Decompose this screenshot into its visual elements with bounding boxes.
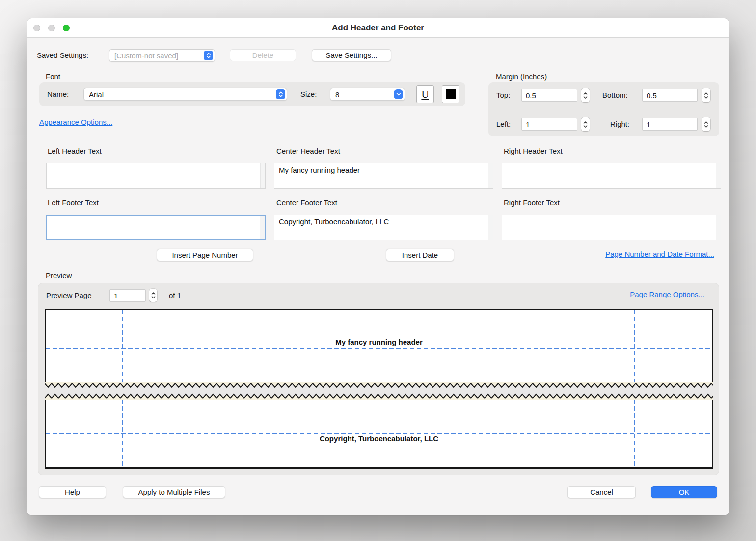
chevron-down-icon (394, 89, 403, 99)
margin-right-label: Right: (610, 118, 629, 131)
margin-section-label: Margin (Inches) (496, 70, 547, 83)
center-footer-field[interactable]: Copyright, Turboencabulator, LLC (274, 215, 493, 240)
scrollbar-track[interactable] (488, 215, 493, 240)
torn-edge-bottom-icon (45, 393, 713, 400)
preview-page-stepper[interactable] (149, 289, 157, 302)
margin-bottom-stepper[interactable] (702, 88, 710, 102)
scrollbar-track[interactable] (260, 163, 265, 188)
saved-settings-label: Saved Settings: (37, 49, 88, 62)
margin-left-input[interactable] (521, 118, 577, 131)
page-number-date-format-link[interactable]: Page Number and Date Format... (605, 250, 714, 258)
font-size-label: Size: (300, 88, 317, 101)
add-header-footer-dialog: Add Header and Footer Saved Settings: [C… (27, 18, 729, 515)
margin-left-stepper[interactable] (581, 117, 590, 131)
scrollbar-track[interactable] (716, 215, 721, 240)
title-bar: Add Header and Footer (27, 18, 729, 38)
scrollbar-track[interactable] (716, 163, 721, 188)
preview-panel: Preview Page of 1 Page Range Options... … (38, 283, 719, 475)
underline-button[interactable]: U (416, 85, 434, 103)
insert-date-button[interactable]: Insert Date (386, 249, 454, 261)
left-footer-label: Left Footer Text (48, 196, 99, 209)
help-button[interactable]: Help (39, 486, 106, 498)
font-name-select[interactable]: Arial (83, 88, 287, 101)
save-settings-button[interactable]: Save Settings... (312, 49, 391, 61)
left-header-textarea[interactable] (47, 163, 260, 188)
right-footer-textarea[interactable] (502, 215, 715, 240)
left-footer-field[interactable] (46, 215, 266, 240)
preview-page-of-label: of 1 (169, 289, 181, 302)
torn-edge-top-icon (45, 382, 713, 388)
right-header-textarea[interactable] (502, 163, 715, 188)
center-footer-textarea[interactable]: Copyright, Turboencabulator, LLC (274, 215, 487, 240)
right-margin-guide (634, 400, 635, 468)
font-size-value: 8 (335, 90, 339, 99)
cancel-button[interactable]: Cancel (567, 486, 636, 498)
font-color-button[interactable] (442, 85, 459, 103)
right-header-field[interactable] (502, 163, 721, 189)
scrollbar-track[interactable] (260, 216, 265, 239)
font-size-combo[interactable]: 8 (330, 88, 405, 101)
margin-left-label: Left: (496, 118, 511, 131)
insert-page-number-button[interactable]: Insert Page Number (157, 249, 253, 261)
stepper-up-down-icon (276, 89, 285, 99)
delete-settings-button[interactable]: Delete (230, 49, 296, 61)
font-section-label: Font (46, 70, 60, 83)
preview-page-label: Preview Page (46, 289, 92, 302)
scrollbar-track[interactable] (488, 163, 493, 188)
stepper-up-down-icon (204, 51, 213, 60)
margin-bottom-input[interactable] (642, 89, 698, 102)
right-footer-label: Right Footer Text (504, 196, 560, 209)
font-name-label: Name: (47, 88, 69, 101)
underline-glyph: U (421, 88, 429, 101)
margin-top-input[interactable] (521, 89, 577, 102)
left-footer-textarea[interactable] (47, 216, 259, 239)
header-baseline-guide (46, 348, 712, 349)
preview-footer-text: Copyright, Turboencabulator, LLC (45, 434, 713, 443)
margin-top-stepper[interactable] (581, 88, 590, 102)
page-range-options-link[interactable]: Page Range Options... (630, 290, 704, 298)
font-name-value: Arial (89, 90, 104, 99)
preview-section-label: Preview (46, 270, 72, 282)
footer-baseline-guide (46, 433, 712, 434)
margin-right-stepper[interactable] (702, 117, 710, 131)
right-header-label: Right Header Text (504, 145, 563, 158)
right-footer-field[interactable] (502, 215, 721, 240)
preview-header-text: My fancy running header (45, 338, 713, 346)
left-header-label: Left Header Text (48, 145, 102, 158)
dialog-title: Add Header and Footer (27, 18, 729, 38)
ok-button[interactable]: OK (651, 486, 717, 498)
apply-to-multiple-files-button[interactable]: Apply to Multiple Files (123, 486, 225, 498)
center-footer-label: Center Footer Text (276, 196, 337, 209)
preview-page-input[interactable] (109, 289, 146, 302)
center-header-field[interactable]: My fancy running header (274, 163, 493, 189)
saved-settings-value: [Custom-not saved] (114, 52, 178, 60)
left-margin-guide (122, 400, 123, 468)
margin-top-label: Top: (496, 89, 510, 102)
margin-right-input[interactable] (642, 118, 698, 131)
color-swatch (446, 89, 456, 99)
center-header-textarea[interactable]: My fancy running header (274, 163, 487, 188)
margin-bottom-label: Bottom: (602, 89, 628, 102)
center-header-label: Center Header Text (276, 145, 340, 158)
appearance-options-link[interactable]: Appearance Options... (39, 118, 112, 126)
left-header-field[interactable] (46, 163, 266, 189)
saved-settings-select[interactable]: [Custom-not saved] (109, 49, 215, 62)
